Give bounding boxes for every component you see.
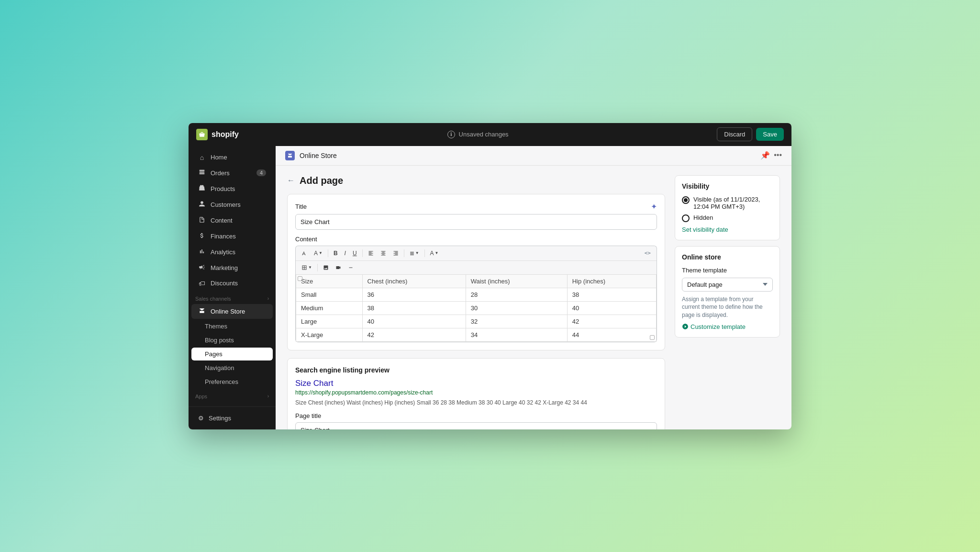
page-title-label: Page title [295, 412, 657, 419]
sidebar-sub-item-pages[interactable]: Pages [191, 348, 273, 360]
topbar-actions: Discard Save [717, 127, 784, 141]
discard-button[interactable]: Discard [717, 127, 752, 141]
sidebar-label-content: Content [211, 217, 233, 224]
table-cell: 30 [466, 301, 567, 315]
pin-icon[interactable]: 📌 [760, 151, 770, 160]
sidebar-sub-item-preferences[interactable]: Preferences [191, 375, 273, 388]
table-header-row: Size Chest (inches) Waist (inches) Hip (… [296, 274, 657, 288]
home-icon: ⌂ [198, 154, 206, 161]
sidebar-item-finances[interactable]: Finances [191, 229, 273, 244]
hidden-radio[interactable] [682, 214, 690, 222]
sidebar-item-content[interactable]: Content [191, 213, 273, 228]
table-cell: 32 [466, 315, 567, 328]
toolbar-text-highlight-btn[interactable]: A ▼ [427, 248, 442, 259]
sidebar-item-settings[interactable]: ⚙ Settings [191, 411, 273, 425]
ai-icon[interactable]: ✦ [651, 202, 657, 211]
sidebar-item-marketing[interactable]: Marketing [191, 260, 273, 275]
table-cell: 28 [466, 288, 567, 301]
main-panel: ← Add page Title ✦ Content [287, 175, 665, 429]
sales-channels-section: Sales channels › [189, 291, 276, 304]
finances-icon [198, 232, 206, 240]
right-panel: Visibility Visible (as of 11/1/2023, 12:… [675, 175, 780, 429]
sidebar-item-online-store[interactable]: Online Store [191, 304, 273, 319]
page-title: Add page [300, 175, 343, 186]
apps-expand-icon[interactable]: › [267, 394, 269, 399]
editor-toolbar: A ▼ B I U [295, 246, 657, 274]
back-button[interactable]: ← [287, 176, 295, 185]
title-field-label: Title ✦ [295, 202, 657, 211]
analytics-icon [198, 248, 206, 256]
sidebar-sub-item-themes[interactable]: Themes [191, 320, 273, 333]
online-store-header-icon [285, 151, 295, 160]
topbar-center: ℹ Unsaved changes [239, 131, 717, 138]
toolbar-text-color-btn[interactable] [299, 248, 310, 258]
editor-corner-tl [298, 276, 302, 281]
size-chart-table: Size Chest (inches) Waist (inches) Hip (… [296, 274, 657, 342]
hidden-option[interactable]: Hidden [682, 214, 773, 222]
toolbar-italic-btn[interactable]: I [342, 248, 349, 259]
seo-title-link[interactable]: Size Chart [295, 379, 657, 388]
visible-radio[interactable] [682, 196, 690, 204]
sidebar-label-home: Home [211, 154, 227, 161]
sidebar-item-discounts[interactable]: 🏷 Discounts [191, 276, 273, 291]
toolbar-divider-btn[interactable] [345, 263, 356, 272]
expand-icon[interactable]: › [267, 296, 269, 301]
unsaved-icon: ℹ [447, 131, 455, 138]
template-select[interactable]: Default page [682, 278, 773, 292]
sidebar-sub-label-preferences: Preferences [205, 378, 238, 385]
seo-card: Search engine listing preview Size Chart… [287, 358, 665, 429]
sidebar-item-orders[interactable]: Orders 4 [191, 166, 273, 180]
toolbar-source-btn[interactable]: <> [642, 248, 654, 258]
customers-icon [198, 201, 206, 209]
sidebar: ⌂ Home Orders 4 Products Custom [189, 146, 276, 429]
save-button[interactable]: Save [756, 128, 784, 141]
hidden-label: Hidden [693, 214, 713, 221]
sidebar-sub-label-pages: Pages [205, 350, 223, 358]
toolbar-table-btn[interactable]: ▼ [299, 263, 315, 272]
toolbar-sep-1 [328, 249, 328, 257]
toolbar-align-center-btn[interactable] [378, 248, 389, 258]
sidebar-sub-item-navigation[interactable]: Navigation [191, 361, 273, 374]
sidebar-sub-item-blog-posts[interactable]: Blog posts [191, 334, 273, 347]
toolbar-list-btn[interactable]: ≣ ▼ [407, 248, 422, 259]
toolbar-align-left-btn[interactable] [365, 248, 377, 258]
toolbar-font-btn[interactable]: A ▼ [311, 248, 325, 259]
shopify-bag-icon [196, 129, 208, 140]
customize-template-link[interactable]: Customize template [682, 323, 773, 330]
toolbar-row-1: A ▼ B I U [296, 246, 657, 260]
toolbar-video-btn[interactable] [333, 263, 344, 272]
sidebar-label-online-store: Online Store [211, 308, 245, 315]
table-row: Small362838 [296, 288, 657, 301]
toolbar-bold-btn[interactable]: B [331, 248, 341, 259]
sub-header-actions: 📌 ••• [760, 151, 782, 160]
sidebar-item-products[interactable]: Products [191, 181, 273, 196]
page-title-input[interactable] [295, 422, 657, 429]
sidebar-label-products: Products [211, 185, 235, 192]
sub-header-title: Online Store [300, 152, 337, 159]
editor-corner-br [650, 335, 655, 340]
table-header-waist: Waist (inches) [466, 274, 567, 288]
table-header-hip: Hip (inches) [567, 274, 656, 288]
page-content: ← Add page Title ✦ Content [276, 166, 791, 429]
content-area: Online Store 📌 ••• ← Add page [276, 146, 791, 429]
toolbar-image-btn[interactable] [320, 263, 332, 272]
toolbar-underline-btn[interactable]: U [350, 248, 360, 259]
sidebar-item-analytics[interactable]: Analytics [191, 245, 273, 259]
svg-rect-2 [200, 173, 205, 174]
apps-label: Apps [195, 394, 207, 399]
editor-body[interactable]: Size Chest (inches) Waist (inches) Hip (… [295, 274, 657, 342]
set-visibility-link[interactable]: Set visibility date [682, 226, 773, 233]
visible-option[interactable]: Visible (as of 11/1/2023, 12:04 PM GMT+3… [682, 196, 773, 210]
toolbar-align-right-btn[interactable] [390, 248, 401, 258]
table-cell: 34 [466, 328, 567, 341]
table-cell: 38 [567, 288, 656, 301]
sidebar-item-home[interactable]: ⌂ Home [191, 150, 273, 165]
sidebar-item-customers[interactable]: Customers [191, 197, 273, 212]
title-input[interactable] [295, 214, 657, 230]
sidebar-label-discounts: Discounts [211, 280, 238, 287]
more-icon[interactable]: ••• [774, 151, 782, 160]
topbar-logo: shopify [196, 129, 239, 140]
table-cell: 42 [567, 315, 656, 328]
table-cell: 44 [567, 328, 656, 341]
table-cell: 36 [362, 288, 466, 301]
